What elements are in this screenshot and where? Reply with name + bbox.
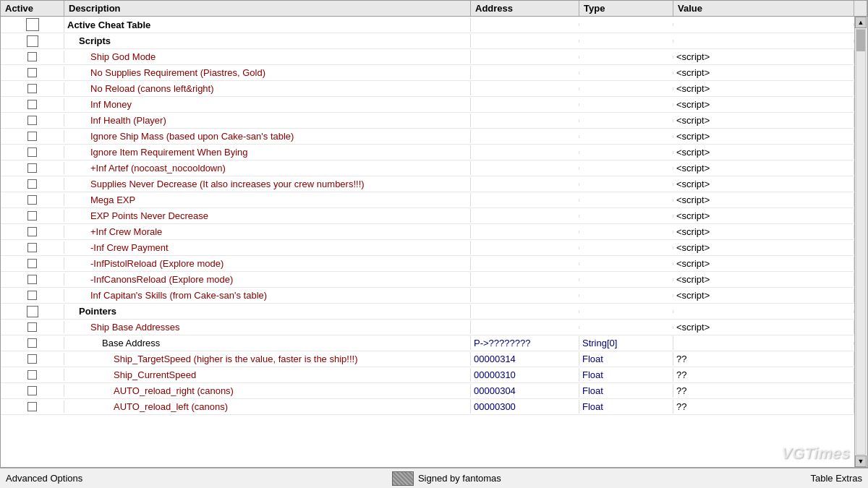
checkbox-small[interactable] — [27, 402, 37, 411]
description-cell: -InfPistolReload (Explore mode) — [64, 257, 471, 270]
value-cell: <script> — [673, 129, 854, 143]
description-cell: Ignore Ship Mass (based upon Cake-san's … — [64, 129, 471, 143]
active-cell — [1, 146, 64, 158]
description-cell: Inf Money — [64, 98, 471, 111]
checkbox-small[interactable] — [27, 243, 37, 252]
checkbox-small[interactable] — [27, 338, 37, 348]
value-cell: <script> — [673, 177, 854, 191]
active-cell — [1, 337, 64, 349]
address-cell: 00000300 — [471, 400, 579, 414]
active-cell — [1, 178, 64, 190]
description-cell: Ignore Item Requirement When Bying — [64, 145, 471, 159]
status-right[interactable]: Table Extras — [810, 473, 862, 484]
checkbox-medium[interactable] — [27, 306, 38, 317]
description-cell: Inf Capitan's Skills (from Cake-san's ta… — [64, 288, 471, 302]
active-cell — [1, 210, 64, 222]
value-cell: ?? — [673, 352, 854, 366]
value-cell — [673, 342, 854, 345]
active-cell — [1, 401, 64, 413]
checkbox-small[interactable] — [27, 179, 37, 189]
active-cell — [1, 226, 64, 238]
checkbox-small[interactable] — [27, 163, 37, 173]
value-cell: ?? — [673, 400, 854, 414]
checkbox-small[interactable] — [27, 68, 37, 77]
value-cell: <script> — [673, 82, 854, 95]
checkbox-small[interactable] — [27, 211, 37, 221]
type-cell: Float — [579, 400, 673, 414]
active-cell — [1, 114, 64, 127]
description-cell: Pointers — [64, 304, 471, 318]
scroll-up-arrow[interactable]: ▲ — [855, 17, 867, 28]
active-cell — [1, 98, 64, 111]
checkbox-large[interactable] — [26, 18, 39, 31]
scrollbar[interactable]: ▲ ▼ — [854, 17, 867, 467]
checkbox-small[interactable] — [27, 100, 37, 109]
type-cell — [579, 23, 673, 26]
status-left[interactable]: Advanced Options — [6, 473, 82, 484]
description-cell: Ship_CurrentSpeed — [64, 368, 471, 382]
address-cell — [471, 247, 579, 249]
table-row: Ignore Item Requirement When Bying<scrip… — [1, 145, 854, 160]
checkbox-small[interactable] — [27, 370, 37, 380]
address-cell: P->???????? — [471, 336, 579, 350]
checkbox-small[interactable] — [27, 147, 37, 157]
description-cell: No Reload (canons left&right) — [64, 82, 471, 95]
description-cell: Ship God Mode — [64, 50, 471, 64]
active-cell — [1, 304, 64, 319]
type-cell: Float — [579, 352, 673, 366]
checkbox-medium[interactable] — [27, 35, 38, 47]
value-cell — [673, 40, 854, 43]
type-cell: Float — [579, 384, 673, 398]
type-cell — [579, 56, 673, 59]
checkbox-small[interactable] — [27, 275, 37, 284]
table-with-scroll: Active Cheat TableScriptsShip God Mode<s… — [1, 17, 867, 467]
active-cell — [1, 385, 64, 397]
checkbox-small[interactable] — [27, 84, 37, 93]
type-cell: Float — [579, 368, 673, 382]
table-row: No Supplies Requirement (Piastres, Gold)… — [1, 65, 854, 81]
description-cell: +Inf Artef (nocoast_nocooldown) — [64, 161, 471, 175]
checkbox-small[interactable] — [27, 195, 37, 205]
checkbox-small[interactable] — [27, 291, 37, 300]
checkbox-small[interactable] — [27, 322, 37, 332]
checkbox-small[interactable] — [27, 116, 37, 125]
active-cell — [1, 17, 64, 33]
value-cell: <script> — [673, 225, 854, 239]
checkbox-small[interactable] — [27, 132, 37, 141]
active-cell — [1, 67, 64, 79]
address-cell — [471, 135, 579, 138]
col-scroll-placeholder — [854, 1, 867, 16]
table-body[interactable]: Active Cheat TableScriptsShip God Mode<s… — [1, 17, 854, 467]
address-cell — [471, 151, 579, 154]
value-cell: <script> — [673, 50, 854, 64]
scrollbar-thumb[interactable] — [856, 30, 865, 51]
col-value: Value — [673, 1, 854, 16]
scrollbar-track[interactable] — [856, 29, 866, 455]
type-cell: String[0] — [579, 336, 673, 350]
type-cell — [579, 199, 673, 202]
address-cell — [471, 278, 579, 281]
checkbox-small[interactable] — [27, 259, 37, 268]
active-cell — [1, 289, 64, 301]
value-cell: <script> — [673, 273, 854, 286]
table-row: Active Cheat Table — [1, 17, 854, 33]
address-cell — [471, 23, 579, 26]
checkbox-small[interactable] — [27, 227, 37, 236]
description-cell: AUTO_reload_right (canons) — [64, 384, 471, 398]
checkbox-small[interactable] — [27, 52, 37, 61]
address-cell — [471, 231, 579, 234]
checkbox-small[interactable] — [27, 386, 37, 395]
value-cell: <script> — [673, 257, 854, 270]
table-row: No Reload (canons left&right)<script> — [1, 81, 854, 97]
description-cell: Supplies Never Decrease (It also increas… — [64, 177, 471, 191]
active-cell — [1, 82, 64, 95]
active-cell — [1, 321, 64, 333]
value-cell: ?? — [673, 368, 854, 382]
table-row: Ship_CurrentSpeed00000310Float?? — [1, 367, 854, 383]
table-row: Scripts — [1, 33, 854, 49]
value-cell: <script> — [673, 193, 854, 207]
type-cell — [579, 310, 673, 313]
description-cell: -Inf Crew Payment — [64, 241, 471, 254]
scroll-down-arrow[interactable]: ▼ — [855, 455, 867, 467]
checkbox-small[interactable] — [27, 354, 37, 364]
